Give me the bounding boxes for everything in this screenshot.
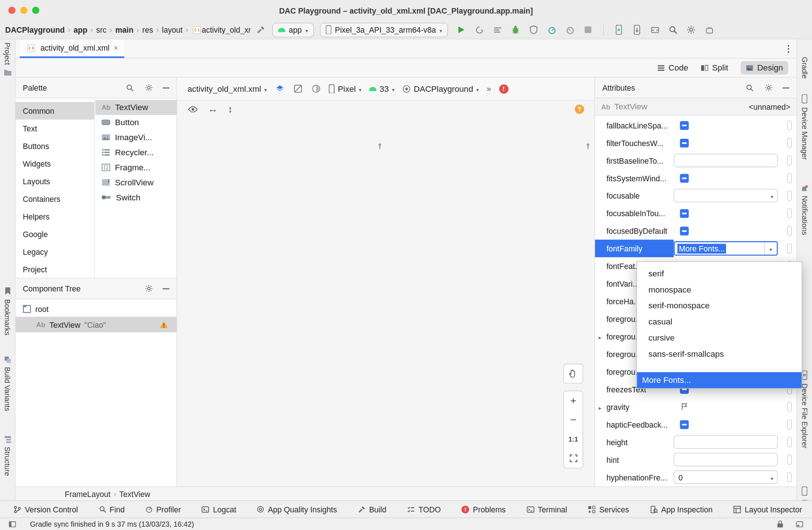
close-tab-icon[interactable] bbox=[113, 43, 118, 52]
sidebar-item-build-variants[interactable]: Build Variants bbox=[0, 356, 15, 411]
boolean-toggle-icon[interactable] bbox=[680, 121, 689, 130]
toolbar-item-logcat[interactable]: Logcat bbox=[202, 505, 237, 514]
toolbar-item-layout-inspector[interactable]: Layout Inspector bbox=[733, 505, 802, 514]
breadcrumb-framelayout[interactable]: FrameLayout bbox=[65, 489, 111, 498]
hide-panel-icon[interactable] bbox=[783, 87, 789, 88]
toolbar-item-todo[interactable]: TODO bbox=[407, 505, 441, 514]
pick-resource-capsule[interactable] bbox=[787, 208, 792, 218]
palette-category-widgets[interactable]: Widgets bbox=[15, 155, 94, 173]
run-configuration-select[interactable]: app bbox=[272, 22, 314, 37]
mode-design-button[interactable]: Design bbox=[741, 61, 788, 75]
device-select[interactable]: Pixel_3a_API_33_arm64-v8a bbox=[320, 22, 448, 37]
expand-chevron-icon[interactable] bbox=[599, 402, 602, 411]
pick-resource-capsule[interactable] bbox=[787, 138, 792, 148]
toolbar-item-services[interactable]: Services bbox=[588, 505, 629, 514]
attr-row-filterTouches[interactable]: filterTouchesW... bbox=[595, 134, 797, 152]
sdk-manager-icon[interactable] bbox=[650, 25, 660, 35]
run-button[interactable] bbox=[456, 25, 466, 35]
minimize-window-button[interactable] bbox=[20, 7, 28, 14]
boolean-toggle-icon[interactable] bbox=[680, 174, 689, 182]
palette-category-buttons[interactable]: Buttons bbox=[15, 137, 94, 155]
attr-dropdown[interactable] bbox=[674, 189, 778, 203]
pick-resource-capsule[interactable] bbox=[787, 437, 792, 447]
font-option-sans-serif-smallcaps[interactable]: sans-serif-smallcaps bbox=[637, 346, 801, 362]
help-icon[interactable] bbox=[575, 105, 584, 114]
palette-item-imageview[interactable]: ImageVi... bbox=[95, 130, 176, 145]
zoom-to-fit-button[interactable] bbox=[564, 449, 583, 468]
pick-resource-capsule[interactable] bbox=[787, 190, 792, 201]
attr-input[interactable] bbox=[674, 154, 778, 167]
gear-icon[interactable] bbox=[144, 283, 154, 294]
toolbar-item-find[interactable]: Find bbox=[99, 505, 125, 514]
palette-category-containers[interactable]: Containers bbox=[15, 190, 94, 207]
tool-window-toggle-icon[interactable] bbox=[7, 519, 18, 529]
pan-tool-button[interactable] bbox=[563, 364, 583, 384]
breadcrumb-textview[interactable]: TextView bbox=[119, 489, 150, 498]
combo-arrow-button[interactable] bbox=[764, 242, 777, 255]
pick-resource-capsule[interactable] bbox=[787, 155, 792, 166]
orientation-icon[interactable] bbox=[293, 84, 303, 94]
toolbar-item-profiler[interactable]: Profiler bbox=[145, 505, 181, 514]
toolbar-item-problems[interactable]: Problems bbox=[462, 505, 506, 514]
build-hammer-icon[interactable] bbox=[256, 25, 266, 35]
coverage-icon[interactable] bbox=[528, 25, 539, 35]
profile-icon[interactable] bbox=[492, 25, 503, 35]
breadcrumb-file[interactable]: activity_old_xml.xml bbox=[202, 25, 250, 34]
pick-resource-capsule[interactable] bbox=[787, 243, 792, 254]
palette-category-project[interactable]: Project bbox=[15, 260, 94, 278]
attr-row-focusable[interactable]: focusable bbox=[595, 187, 797, 204]
palette-item-scrollview[interactable]: ScrollView bbox=[95, 175, 176, 190]
mode-split-button[interactable]: Split bbox=[701, 63, 728, 72]
render-errors-icon[interactable] bbox=[499, 84, 508, 93]
stop-button[interactable] bbox=[583, 25, 593, 35]
close-window-button[interactable] bbox=[8, 7, 16, 14]
boolean-toggle-icon[interactable] bbox=[680, 226, 689, 235]
font-option-more-fonts[interactable]: More Fonts... bbox=[637, 372, 801, 388]
layers-icon[interactable] bbox=[275, 84, 285, 94]
chevron-down-icon[interactable] bbox=[771, 191, 773, 200]
attr-row-fontFamily[interactable]: fontFamily More Fonts... bbox=[595, 240, 797, 257]
gear-icon[interactable] bbox=[763, 83, 773, 93]
attr-row-hint[interactable]: hint bbox=[595, 451, 797, 468]
settings-gear-icon[interactable] bbox=[686, 25, 696, 35]
toolbar-item-app-quality-insights[interactable]: App Quality Insights bbox=[257, 505, 337, 514]
palette-item-textview[interactable]: Ab TextView bbox=[95, 100, 176, 115]
design-theme-select[interactable]: DACPlayground bbox=[402, 84, 479, 93]
attr-row-fitsSystemWindows[interactable]: fitsSystemWind... bbox=[595, 169, 797, 187]
attr-row-hyphenationFrequency[interactable]: hyphenationFre... 0 bbox=[595, 468, 797, 486]
screen-layout-icon[interactable] bbox=[794, 519, 805, 529]
sidebar-item-project[interactable]: Project bbox=[0, 43, 15, 76]
status-message[interactable]: Gradle sync finished in 9 s 37 ms (13/03… bbox=[30, 520, 194, 528]
breadcrumb-src[interactable]: src bbox=[96, 25, 107, 34]
pair-devices-icon[interactable] bbox=[632, 25, 642, 35]
palette-category-text[interactable]: Text bbox=[15, 120, 94, 137]
debug-button[interactable] bbox=[510, 25, 521, 35]
tree-node-root[interactable]: root bbox=[15, 301, 177, 317]
view-options-eye-icon[interactable] bbox=[187, 104, 198, 114]
palette-category-legacy[interactable]: Legacy bbox=[15, 243, 94, 260]
expand-chevron-icon[interactable] bbox=[599, 332, 602, 341]
zoom-out-button[interactable] bbox=[564, 410, 583, 429]
search-everywhere-icon[interactable] bbox=[668, 25, 678, 35]
warning-icon[interactable] bbox=[159, 321, 168, 328]
attr-row-gravity[interactable]: gravity bbox=[595, 398, 797, 415]
breadcrumb-project[interactable]: DACPlayground bbox=[5, 25, 65, 34]
profiler-icon[interactable] bbox=[547, 25, 557, 35]
toolbar-item-app-inspection[interactable]: App Inspection bbox=[650, 505, 712, 514]
pick-resource-capsule[interactable] bbox=[787, 120, 792, 130]
attr-dropdown[interactable]: 0 bbox=[674, 471, 778, 484]
attr-row-hapticFeedback[interactable]: hapticFeedback... bbox=[595, 415, 797, 433]
boolean-toggle-icon[interactable] bbox=[680, 138, 689, 147]
maximize-window-button[interactable] bbox=[32, 7, 39, 14]
palette-category-helpers[interactable]: Helpers bbox=[15, 207, 94, 225]
pan-vertical-icon[interactable] bbox=[228, 104, 232, 115]
sidebar-item-device-manager[interactable]: Device Manager bbox=[797, 94, 812, 160]
sidebar-item-structure[interactable]: Structure bbox=[0, 436, 15, 476]
pick-resource-capsule[interactable] bbox=[787, 419, 792, 429]
attr-row-firstBaseline[interactable]: firstBaselineTo... bbox=[595, 152, 797, 169]
sidebar-item-notifications[interactable]: Notifications bbox=[797, 185, 812, 235]
gear-icon[interactable] bbox=[144, 83, 154, 93]
sidebar-item-bookmarks[interactable]: Bookmarks bbox=[0, 287, 15, 335]
pick-resource-capsule[interactable] bbox=[787, 226, 792, 236]
tree-node-textview[interactable]: Ab TextView "Ciao" bbox=[15, 317, 177, 332]
